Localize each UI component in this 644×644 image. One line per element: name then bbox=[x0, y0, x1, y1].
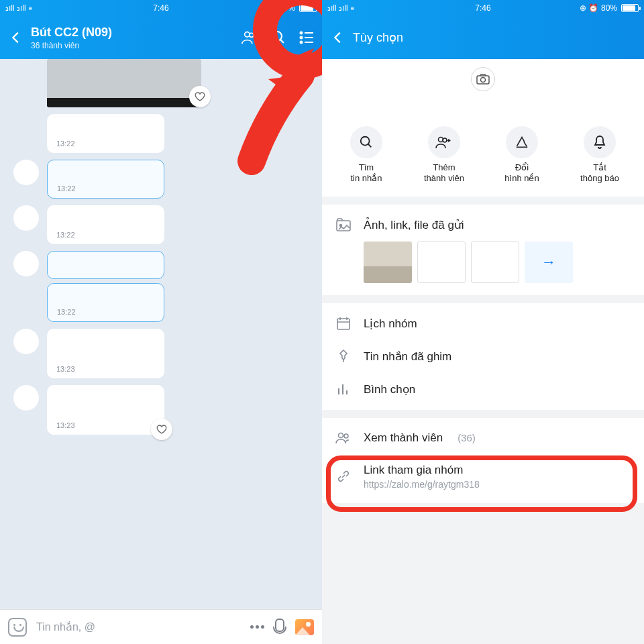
action-search-messages[interactable]: Tìmtin nhắn bbox=[327, 126, 405, 184]
annotation-highlight bbox=[326, 455, 637, 512]
calendar-icon bbox=[335, 317, 352, 330]
action-label: Tắtthông báo bbox=[580, 162, 619, 184]
chat-header: Bút CC2 (N09) 36 thành viên bbox=[0, 16, 322, 59]
row-pinned[interactable]: Tin nhắn đã ghim bbox=[322, 340, 644, 373]
status-time: 7:46 bbox=[153, 3, 168, 13]
avatar[interactable] bbox=[13, 385, 39, 411]
status-bar: ₃ıll ₃ıll ⩳ 7:46 ⏰ 80% bbox=[0, 0, 322, 16]
battery-pct: 80% bbox=[279, 3, 295, 13]
action-label: Tìmtin nhắn bbox=[350, 162, 382, 184]
message-bubble[interactable] bbox=[47, 251, 322, 279]
gallery-button[interactable] bbox=[295, 619, 314, 635]
action-label: Thêmthành viên bbox=[424, 162, 464, 184]
media-more-button[interactable]: → bbox=[525, 241, 573, 283]
media-icon bbox=[335, 218, 352, 231]
options-title: Tùy chọn bbox=[353, 30, 403, 45]
battery-icon bbox=[299, 4, 317, 12]
add-member-icon[interactable] bbox=[241, 29, 259, 46]
message-time: 13:23 bbox=[56, 365, 155, 373]
signal-text: ₃ıll ₃ıll ⩳ bbox=[5, 3, 32, 13]
svg-point-3 bbox=[301, 32, 303, 34]
media-thumb[interactable] bbox=[471, 241, 519, 283]
avatar[interactable] bbox=[13, 251, 39, 276]
image-message[interactable] bbox=[47, 59, 201, 107]
row-poll[interactable]: Bình chọn bbox=[322, 373, 644, 406]
avatar[interactable] bbox=[13, 160, 39, 185]
options-header: Tùy chọn bbox=[322, 16, 644, 59]
search-icon[interactable] bbox=[270, 29, 287, 46]
message-bubble[interactable]: 13:23 bbox=[47, 329, 322, 378]
voice-button[interactable] bbox=[274, 619, 286, 636]
svg-point-16 bbox=[344, 434, 348, 438]
status-bar: ₃ıll ₃ıll ⩳ 7:46 ⊕ ⏰ 80% bbox=[322, 0, 644, 16]
svg-point-5 bbox=[301, 42, 303, 44]
chat-subtitle: 36 thành viên bbox=[31, 41, 241, 50]
pin-icon bbox=[335, 350, 352, 363]
action-mute-notifications[interactable]: Tắtthông báo bbox=[561, 126, 639, 184]
media-thumb[interactable] bbox=[417, 241, 466, 283]
message-input[interactable] bbox=[36, 621, 241, 633]
svg-rect-14 bbox=[337, 319, 350, 329]
row-label: Tin nhắn đã ghim bbox=[364, 350, 451, 364]
svg-point-0 bbox=[245, 32, 250, 37]
back-button[interactable] bbox=[329, 28, 347, 47]
options-icon[interactable] bbox=[298, 29, 315, 46]
action-label: Đổihình nền bbox=[504, 162, 539, 184]
row-label: Xem thành viên bbox=[364, 431, 443, 445]
message-bubble[interactable]: 13:23 bbox=[47, 385, 322, 435]
action-change-wallpaper[interactable]: Đổihình nền bbox=[483, 126, 561, 184]
message-bubble[interactable]: 13:22 bbox=[47, 283, 322, 322]
svg-point-2 bbox=[272, 32, 282, 41]
alarm-icon: ⏰ bbox=[266, 3, 276, 13]
battery-icon bbox=[621, 4, 639, 12]
message-bubble[interactable]: 13:22 bbox=[47, 114, 322, 153]
row-label: Lịch nhóm bbox=[364, 317, 417, 331]
svg-point-8 bbox=[481, 78, 486, 83]
more-button[interactable] bbox=[250, 625, 264, 629]
poll-icon bbox=[335, 383, 352, 395]
row-label: Ảnh, link, file đã gửi bbox=[364, 218, 464, 232]
message-list[interactable]: 13:22 13:22 13:22 13:22 13:23 13:23 bbox=[0, 59, 322, 609]
members-icon bbox=[335, 432, 352, 444]
members-count: (36) bbox=[458, 432, 476, 443]
avatar[interactable] bbox=[13, 329, 39, 354]
row-calendar[interactable]: Lịch nhóm bbox=[322, 307, 644, 340]
media-thumb[interactable] bbox=[364, 241, 412, 283]
like-button[interactable] bbox=[189, 86, 211, 107]
row-label: Bình chọn bbox=[364, 382, 415, 396]
row-members[interactable]: Xem thành viên (36) bbox=[322, 422, 644, 454]
message-time: 13:22 bbox=[56, 231, 155, 239]
like-button[interactable] bbox=[151, 419, 172, 440]
back-button[interactable] bbox=[7, 28, 25, 47]
status-time: 7:46 bbox=[475, 3, 490, 13]
action-add-member[interactable]: Thêmthành viên bbox=[405, 126, 483, 184]
avatar[interactable] bbox=[13, 205, 39, 231]
battery-pct: 80% bbox=[601, 3, 617, 13]
svg-point-4 bbox=[301, 37, 303, 39]
svg-point-15 bbox=[339, 433, 343, 437]
message-time: 13:22 bbox=[56, 140, 155, 148]
row-media[interactable]: Ảnh, link, file đã gửi bbox=[322, 209, 644, 241]
camera-button[interactable] bbox=[471, 67, 495, 91]
message-time: 13:22 bbox=[57, 308, 154, 316]
message-time: 13:22 bbox=[57, 184, 154, 193]
message-bubble[interactable]: 13:22 bbox=[47, 160, 322, 199]
message-time: 13:23 bbox=[56, 421, 155, 429]
alarm-icon: ⊕ ⏰ bbox=[580, 3, 598, 13]
input-bar bbox=[0, 609, 322, 644]
sticker-button[interactable] bbox=[8, 618, 27, 637]
svg-point-9 bbox=[361, 137, 370, 146]
chat-title: Bút CC2 (N09) bbox=[31, 25, 241, 40]
message-bubble[interactable]: 13:22 bbox=[47, 205, 322, 244]
